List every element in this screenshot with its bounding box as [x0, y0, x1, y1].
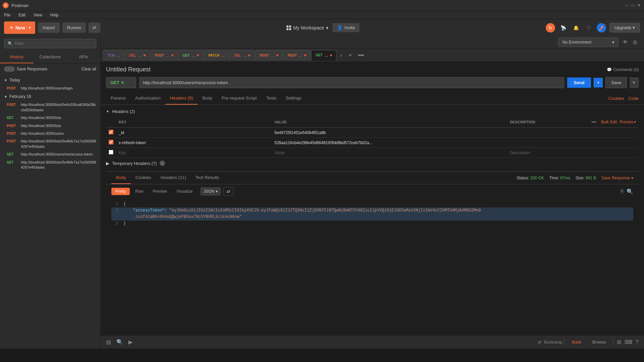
list-item[interactable]: POST http://localhost:3000/users/login: [0, 84, 100, 92]
format-tab-pretty[interactable]: Pretty: [111, 188, 130, 195]
section-header-today[interactable]: ▼ Today: [0, 76, 100, 84]
list-item[interactable]: POST http://localhost:3000/lists/5e4c039…: [0, 101, 100, 114]
request-tab-6[interactable]: POST ...: [255, 50, 282, 61]
keyboard-icon[interactable]: ⌨: [623, 338, 634, 347]
search-box[interactable]: 🔍: [4, 39, 96, 48]
menu-help[interactable]: Help: [49, 12, 60, 18]
minimize-btn[interactable]: ─: [625, 3, 629, 8]
url-input[interactable]: [139, 77, 565, 88]
search-bottom-icon[interactable]: 🔍: [115, 338, 124, 347]
row-checkbox-cell[interactable]: [106, 128, 116, 138]
save-response-button[interactable]: Save Response ▾: [601, 176, 633, 180]
save-button[interactable]: Save: [605, 77, 627, 88]
request-tab-2[interactable]: POST ...: [151, 50, 178, 61]
list-item[interactable]: GET http://localhost:3000/users/me/acces…: [0, 150, 100, 158]
tab-body[interactable]: Body: [198, 92, 217, 105]
tab-prerequest[interactable]: Pre-request Script: [217, 92, 262, 105]
row-checkbox[interactable]: [109, 130, 113, 134]
section-header-feb18[interactable]: ▼ February 18: [0, 92, 100, 101]
close-btn[interactable]: ✕: [637, 3, 641, 8]
row-desc-cell[interactable]: [507, 138, 639, 148]
request-tab-8[interactable]: GET ...: [311, 50, 336, 61]
bottom-tab-build[interactable]: Build: [567, 338, 586, 347]
tabs-scroll-right[interactable]: ›: [338, 51, 344, 60]
import-button[interactable]: Import: [38, 22, 60, 33]
row-key-cell[interactable]: Key: [116, 148, 272, 158]
format-tab-raw[interactable]: Raw: [131, 188, 147, 195]
search-button[interactable]: 🔍: [627, 188, 633, 195]
row-key-cell[interactable]: x-refresh-token: [116, 138, 272, 148]
request-tab-5[interactable]: DEL ...: [230, 50, 255, 61]
request-tab-3[interactable]: GET ...: [178, 50, 204, 61]
tab-more-button[interactable]: •••: [356, 51, 366, 60]
new-tab-button[interactable]: ＋: [345, 50, 355, 60]
temp-headers-toggle[interactable]: ▶ Temporary Headers (7) i: [106, 158, 639, 169]
env-select[interactable]: No Environment ▾: [558, 38, 619, 47]
bulk-edit-button[interactable]: Bulk Edit: [601, 120, 617, 124]
save-arrow-button[interactable]: ▾: [630, 77, 639, 88]
request-tab-4[interactable]: PATCH ...: [204, 50, 229, 61]
toggle-switch[interactable]: [4, 66, 15, 72]
row-value-cell[interactable]: Value: [272, 148, 507, 158]
headers-section-toggle[interactable]: ▼ Headers (2): [106, 109, 639, 114]
resp-tab-body[interactable]: Body: [111, 172, 131, 184]
resp-tab-testresults[interactable]: Test Results: [191, 172, 224, 184]
comments-button[interactable]: 💬 Comments (0): [607, 67, 639, 72]
format-tab-visualize[interactable]: Visualize: [172, 188, 197, 195]
list-item[interactable]: GET http://localhost:3000/lists/5e4bfe7a…: [0, 159, 100, 172]
sync-icon[interactable]: ↻: [546, 23, 555, 33]
runner-button[interactable]: Runner: [62, 22, 86, 33]
row-checkbox-cell[interactable]: [106, 148, 116, 158]
tab-params[interactable]: Params: [106, 92, 130, 105]
request-tab-7[interactable]: POST ...: [283, 50, 311, 61]
workspace-button[interactable]: My Workspace ▾: [286, 25, 328, 31]
invite-button[interactable]: 👤 Invite: [332, 23, 360, 32]
tab-headers[interactable]: Headers (9): [165, 92, 198, 105]
request-tab-0[interactable]: TCH ...: [103, 50, 124, 61]
maximize-btn[interactable]: □: [631, 3, 635, 8]
satellite-icon[interactable]: 📡: [558, 23, 568, 33]
menu-file[interactable]: File: [3, 12, 12, 18]
tab-tests[interactable]: Tests: [262, 92, 281, 105]
collection-runner-icon[interactable]: ▶: [127, 338, 134, 347]
list-item[interactable]: GET http://localhost:3000/lists: [0, 114, 100, 122]
new-button[interactable]: ＋ New ▾: [4, 21, 35, 34]
list-item[interactable]: POST http://localhost:3000/lists: [0, 122, 100, 130]
info-icon[interactable]: i: [160, 161, 165, 166]
row-desc-cell[interactable]: Description: [507, 148, 639, 158]
more-options-button[interactable]: •••: [589, 119, 598, 125]
save-responses-toggle[interactable]: Save Responses: [4, 66, 47, 72]
resp-tab-cookies[interactable]: Cookies: [131, 172, 156, 184]
search-input[interactable]: [15, 41, 93, 46]
env-settings-button[interactable]: ⚙: [631, 38, 639, 47]
sidebar-tab-collections[interactable]: Collections: [34, 51, 67, 63]
copy-button[interactable]: ⎘: [621, 188, 624, 195]
heart-icon[interactable]: ♡: [584, 23, 593, 33]
menu-edit[interactable]: Edit: [17, 12, 27, 18]
row-checkbox[interactable]: [109, 150, 113, 155]
upgrade-button[interactable]: Upgrade ▾: [609, 23, 640, 33]
sidebar-tab-apis[interactable]: APIs: [67, 51, 100, 63]
menu-view[interactable]: View: [32, 12, 44, 18]
row-checkbox-cell[interactable]: [106, 138, 116, 148]
send-button[interactable]: Send: [567, 77, 591, 88]
resp-tab-headers[interactable]: Headers (11): [156, 172, 191, 184]
layout-button[interactable]: ⇄: [89, 22, 100, 33]
list-item[interactable]: POST http://localhost:3000/lists/5e4bfe7…: [0, 137, 100, 150]
rocket-icon[interactable]: 🚀: [597, 23, 606, 33]
sidebar-tab-history[interactable]: History: [0, 51, 34, 63]
tab-settings[interactable]: Settings: [281, 92, 306, 105]
format-select[interactable]: JSON ▾: [201, 187, 221, 195]
cookies-link[interactable]: Cookies: [608, 96, 624, 101]
method-select[interactable]: GET ▾: [106, 77, 136, 88]
row-checkbox[interactable]: [109, 140, 113, 144]
notification-icon[interactable]: 🔔: [571, 23, 581, 33]
tab-authorization[interactable]: Authorization: [130, 92, 165, 105]
sidebar-toggle-icon[interactable]: ▤: [105, 338, 112, 347]
presets-button[interactable]: Presets ▾: [620, 120, 636, 124]
request-tab-1[interactable]: DEL ...: [125, 50, 150, 61]
row-desc-cell[interactable]: [507, 128, 639, 138]
format-tab-preview[interactable]: Preview: [149, 188, 171, 195]
row-value-cell[interactable]: 528aa116cb4e298e45d6648193fdd9bd572ceb7b…: [272, 138, 507, 148]
window-controls[interactable]: ─ □ ✕: [625, 3, 641, 8]
